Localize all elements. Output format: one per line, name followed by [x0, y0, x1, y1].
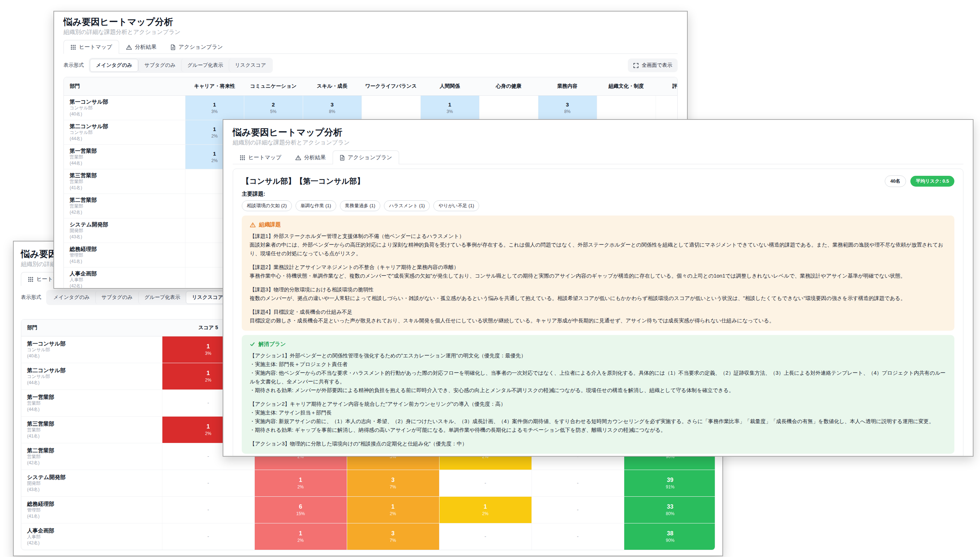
cell-percent: 15%	[255, 511, 347, 516]
tab-bar: ヒートマップ分析結果アクションプラン	[233, 150, 964, 164]
department-name: 総務経理部	[27, 500, 162, 507]
heat-cell[interactable]: 12%	[254, 470, 347, 496]
heat-cell[interactable]: 13%	[185, 95, 244, 120]
cell-percent: 2%	[439, 511, 531, 516]
department-group: 管理部	[70, 252, 185, 259]
heat-cell[interactable]: 12%	[254, 523, 347, 550]
resolution-plan-title: 解消プラン	[258, 341, 286, 348]
view-mode-3[interactable]: リスクスコア	[229, 59, 272, 72]
cell-percent: 7%	[347, 484, 439, 490]
tab-heatmap[interactable]: ヒートマップ	[63, 40, 119, 54]
view-mode-1[interactable]: サブタグのみ	[95, 291, 138, 304]
heat-cell[interactable]	[656, 95, 678, 120]
heat-cell[interactable]: 37%	[347, 523, 439, 550]
issue-tag[interactable]: ハラスメント (1)	[384, 200, 430, 211]
tab-analysis[interactable]: 分析結果	[288, 150, 333, 164]
action-item: 【アクション3】物理的に分散した環境向けの"相談接点の定期化と仕組み化"（優先度…	[250, 439, 946, 448]
tab-analysis[interactable]: 分析結果	[119, 40, 163, 54]
department-group: 営業部	[70, 179, 185, 185]
view-mode-0[interactable]: メインタグのみ	[90, 59, 138, 72]
heat-cell[interactable]: 615%	[254, 496, 347, 523]
cell-count: 1	[255, 530, 347, 537]
action-item: 【アクション2】キャリア期待とアサイン内容を統合した"アサイン前カウンセリング"…	[250, 400, 946, 434]
issue-tag[interactable]: 相談環境の欠如 (2)	[242, 200, 292, 211]
heat-cell[interactable]: 37%	[347, 470, 439, 496]
grid-icon	[240, 155, 245, 161]
action-plan-window: 悩み要因ヒートマップ分析 組織別の詳細な課題分析とアクションプラン ヒートマップ…	[223, 119, 973, 457]
heat-cell[interactable]: 12%	[439, 496, 531, 523]
department-name: 第二営業部	[70, 196, 185, 203]
department-name: システム開発部	[70, 221, 185, 228]
tab-label: ヒートマップ	[79, 44, 112, 50]
department-cell: システム開発部 開発部 (43名)	[21, 470, 162, 496]
department-group: 営業部	[27, 427, 162, 433]
department-group: 人事部	[70, 277, 185, 283]
cell-count: 1	[255, 477, 347, 484]
heat-cell[interactable]: -	[439, 470, 531, 496]
table-row: システム開発部 開発部 (43名)-12%37%--3991%	[21, 470, 715, 496]
warning-icon	[126, 44, 132, 50]
view-mode-switcher: メインタグのみサブタグのみグループ化表示リスクスコア	[46, 290, 230, 305]
cell-count: 2	[244, 101, 303, 108]
column-header: キャリア・将来性	[185, 77, 244, 95]
department-headcount: (42名)	[70, 209, 185, 215]
heat-cell[interactable]: 38%	[303, 95, 362, 120]
action-detail: ・実施内容: 他ベンダーからの不当な要求・ハラスメント的行動があった際の対応フロ…	[250, 368, 946, 386]
department-group: 営業部	[70, 154, 185, 160]
heat-cell[interactable]: 13%	[420, 95, 479, 120]
warning-icon	[295, 155, 301, 161]
view-mode-2[interactable]: グループ化表示	[138, 291, 186, 304]
heat-cell[interactable]: -	[531, 496, 624, 523]
column-header: コミュニケーション	[244, 77, 303, 95]
issue-tag-list: 相談環境の欠如 (2)単調な作業 (1)業務量過多 (1)ハラスメント (1)や…	[242, 200, 954, 211]
heat-cell[interactable]: 25%	[244, 95, 303, 120]
tab-heatmap[interactable]: ヒートマップ	[233, 150, 288, 164]
heat-cell[interactable]: -	[162, 496, 254, 523]
cell-percent: 2%	[255, 537, 347, 543]
heat-cell[interactable]: 3890%	[624, 523, 715, 550]
department-cell: 第一コンサル部 コンサル部 (40名)	[64, 95, 185, 120]
heat-cell[interactable]: -	[531, 523, 624, 550]
cell-count: 1	[421, 101, 479, 108]
heat-cell[interactable]	[479, 95, 538, 120]
issue-heading: 【課題3】物理的分散環境における相談環境の脆弱性	[250, 285, 946, 294]
tab-action-plan[interactable]: アクションプラン	[163, 40, 230, 54]
department-cell: 第一営業部 営業部 (44名)	[64, 144, 185, 169]
department-cell: 第一コンサル部 コンサル部 (40名)	[21, 336, 162, 363]
tab-action-plan[interactable]: アクションプラン	[333, 150, 399, 164]
action-heading: 【アクション2】キャリア期待とアサイン内容を統合した"アサイン前カウンセリング"…	[250, 400, 946, 408]
department-headcount: (42名)	[70, 283, 185, 289]
heat-cell[interactable]: -	[162, 470, 254, 496]
tab-bar: ヒートマップ分析結果アクションプラン	[63, 39, 678, 54]
column-header: 業務内容	[538, 77, 597, 95]
issue-item: 【課題1】外部ステークホルダー管理と支援体制の不備（他ベンダーによるハラスメント…	[250, 232, 946, 258]
cell-count: 6	[255, 503, 347, 510]
department-group: 営業部	[27, 400, 162, 407]
heat-cell[interactable]: 3991%	[624, 470, 715, 496]
heat-cell[interactable]	[597, 95, 656, 120]
heat-cell[interactable]: -	[531, 470, 624, 496]
view-mode-0[interactable]: メインタグのみ	[47, 291, 95, 304]
page-subtitle: 組織別の詳細な課題分析とアクションプラン	[233, 138, 964, 147]
heat-cell[interactable]: -	[439, 523, 531, 550]
heat-cell[interactable]: 3380%	[624, 496, 715, 523]
heat-cell[interactable]	[362, 95, 420, 120]
department-cell: 第一営業部 営業部 (44名)	[21, 389, 162, 416]
heat-cell[interactable]: -	[162, 523, 254, 550]
cell-percent: 80%	[624, 511, 715, 516]
cell-percent: 2%	[255, 484, 347, 490]
fullscreen-button[interactable]: 全画面で表示	[628, 59, 678, 72]
heat-cell[interactable]: 12%	[347, 496, 439, 523]
issue-tag[interactable]: 業務量過多 (1)	[340, 200, 381, 211]
view-mode-1[interactable]: サブタグのみ	[138, 59, 181, 72]
tab-label: 分析結果	[304, 154, 326, 161]
action-detail: ・実施主体: アサイン担当＋部門長	[250, 408, 946, 417]
issue-tag[interactable]: 単調な作業 (1)	[296, 200, 336, 211]
issue-tag[interactable]: やりがい不足 (1)	[433, 200, 479, 211]
heat-cell[interactable]: 38%	[538, 95, 597, 120]
action-detail: ・期待される効果: ギャップを事前に解消し、納得感の高いアサインが可能になる。単…	[250, 426, 946, 434]
column-header: 評価・報酬	[656, 77, 678, 95]
action-detail: ・実施内容: 新規アサインの前に、（1）本人の志向・希望、（2）身につけたいスキ…	[250, 417, 946, 426]
cell-count: 1	[185, 101, 244, 108]
view-mode-2[interactable]: グループ化表示	[181, 59, 229, 72]
